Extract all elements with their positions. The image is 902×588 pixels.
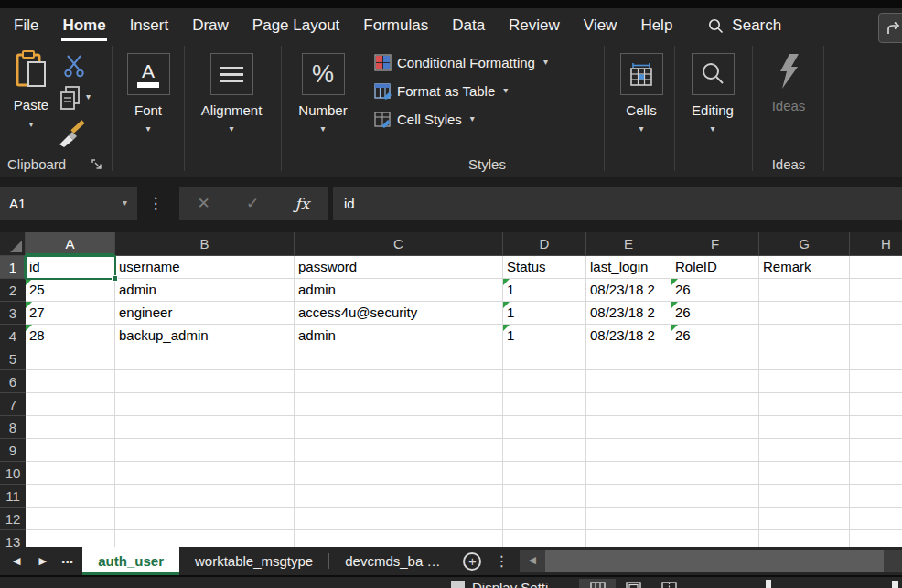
cell-G5[interactable] — [759, 347, 850, 370]
menu-help[interactable]: Help — [628, 8, 684, 43]
column-header-C[interactable]: C — [295, 232, 503, 256]
cell-F11[interactable] — [671, 485, 759, 508]
cell-F1[interactable]: RoleID — [671, 256, 759, 279]
horizontal-scrollbar[interactable]: ◀ — [520, 550, 902, 572]
cell-G4[interactable] — [759, 325, 850, 347]
insert-function-icon[interactable]: ƒx — [295, 195, 310, 213]
display-settings-label[interactable]: Display Setti — [472, 580, 548, 588]
format-as-table-button[interactable]: Format as Table ▾ — [374, 80, 508, 101]
cell-E11[interactable] — [586, 485, 671, 508]
name-box-dropdown-icon[interactable]: ▾ — [123, 198, 127, 208]
cell-H13[interactable] — [850, 530, 902, 547]
menu-formulas[interactable]: Formulas — [351, 8, 440, 43]
cell-A4[interactable]: 28 — [26, 325, 115, 347]
cell-C12[interactable] — [295, 508, 503, 530]
number-dropdown-icon[interactable]: ▾ — [320, 124, 325, 134]
cell-E6[interactable] — [586, 370, 671, 393]
cell-E3[interactable]: 08/23/18 2 — [586, 302, 671, 325]
font-dropdown-icon[interactable]: ▾ — [145, 124, 150, 134]
cell-G6[interactable] — [759, 370, 850, 393]
cell-C10[interactable] — [295, 462, 503, 485]
format-painter-icon[interactable] — [57, 120, 86, 147]
column-header-G[interactable]: G — [759, 232, 850, 256]
cell-D4[interactable]: 1 — [503, 325, 586, 347]
row-header-10[interactable]: 10 — [0, 462, 26, 485]
sheet-tab-worktable_msgtype[interactable]: worktable_msgtype — [179, 547, 328, 575]
cell-G7[interactable] — [759, 393, 850, 416]
cancel-icon[interactable]: ✕ — [198, 194, 210, 213]
row-header-13[interactable]: 13 — [0, 530, 26, 547]
cell-E8[interactable] — [586, 416, 671, 439]
cell-E4[interactable]: 08/23/18 2 — [586, 325, 671, 347]
menu-view[interactable]: View — [572, 8, 629, 43]
cell-A1[interactable]: id — [26, 256, 115, 279]
cell-styles-button[interactable]: Cell Styles ▾ — [374, 109, 475, 129]
cell-G12[interactable] — [759, 508, 850, 530]
sheet-menu-icon[interactable]: ⋮ — [481, 547, 520, 575]
cell-A5[interactable] — [26, 347, 115, 370]
cells-dropdown-icon[interactable]: ▾ — [639, 124, 643, 134]
enter-icon[interactable]: ✓ — [246, 194, 259, 213]
cell-G1[interactable]: Remark — [759, 256, 850, 279]
copy-dropdown-icon[interactable]: ▾ — [86, 92, 91, 102]
cell-A6[interactable] — [26, 370, 115, 393]
column-header-H[interactable]: H — [850, 232, 902, 256]
cell-E13[interactable] — [586, 530, 671, 547]
cell-E9[interactable] — [586, 439, 671, 462]
row-header-1[interactable]: 1 — [0, 256, 26, 279]
cell-B11[interactable] — [115, 485, 295, 508]
row-header-5[interactable]: 5 — [0, 347, 26, 370]
sheet-tab-auth_user[interactable]: auth_user — [82, 547, 179, 575]
cell-D9[interactable] — [503, 439, 586, 462]
cell-E7[interactable] — [586, 393, 671, 416]
menu-page-layout[interactable]: Page Layout — [241, 8, 351, 43]
cell-D12[interactable] — [503, 508, 586, 530]
cell-D6[interactable] — [503, 370, 586, 393]
menu-insert[interactable]: Insert — [118, 8, 181, 43]
row-header-2[interactable]: 2 — [0, 279, 26, 302]
cell-F13[interactable] — [671, 530, 759, 547]
cell-F9[interactable] — [671, 439, 759, 462]
cell-G13[interactable] — [759, 530, 850, 547]
cell-B2[interactable]: admin — [115, 279, 295, 302]
cell-H8[interactable] — [850, 416, 902, 439]
cell-G8[interactable] — [759, 416, 850, 439]
clipboard-dialog-launcher-icon[interactable] — [91, 159, 102, 170]
cell-H12[interactable] — [850, 508, 902, 530]
cell-E10[interactable] — [586, 462, 671, 485]
row-header-11[interactable]: 11 — [0, 485, 26, 508]
cell-D11[interactable] — [503, 485, 586, 508]
cell-H10[interactable] — [850, 462, 902, 485]
menu-draw[interactable]: Draw — [180, 8, 241, 43]
share-button[interactable] — [878, 13, 902, 43]
number-group-button[interactable]: % Number ▾ — [280, 53, 366, 134]
formula-input[interactable]: id — [333, 187, 902, 220]
cell-C5[interactable] — [295, 347, 503, 370]
cell-G10[interactable] — [759, 462, 850, 485]
editing-group-button[interactable]: Editing ▾ — [670, 53, 756, 134]
search-control[interactable]: Search — [708, 16, 781, 35]
cell-B1[interactable]: username — [115, 256, 295, 279]
cell-H1[interactable] — [850, 256, 902, 279]
cell-B6[interactable] — [115, 370, 295, 393]
prev-sheet-button[interactable]: ◀ — [0, 547, 29, 575]
column-header-A[interactable]: A — [26, 232, 115, 256]
cell-H11[interactable] — [850, 485, 902, 508]
cell-A11[interactable] — [26, 485, 115, 508]
cell-B3[interactable]: engineer — [115, 302, 295, 325]
cell-F12[interactable] — [671, 508, 759, 530]
cell-D5[interactable] — [503, 347, 586, 370]
ideas-button[interactable]: Ideas — [759, 52, 818, 113]
paste-button[interactable]: Paste ▾ — [7, 50, 55, 129]
page-break-view-button[interactable] — [650, 579, 687, 588]
cell-C7[interactable] — [295, 393, 503, 416]
cell-H2[interactable] — [850, 279, 902, 302]
cell-C11[interactable] — [295, 485, 503, 508]
cell-G9[interactable] — [759, 439, 850, 462]
cell-H5[interactable] — [850, 347, 902, 370]
cell-F7[interactable] — [671, 393, 759, 416]
cell-D3[interactable]: 1 — [503, 302, 586, 325]
cut-icon[interactable] — [62, 54, 86, 78]
cell-F5[interactable] — [671, 347, 759, 370]
editing-dropdown-icon[interactable]: ▾ — [710, 124, 714, 134]
